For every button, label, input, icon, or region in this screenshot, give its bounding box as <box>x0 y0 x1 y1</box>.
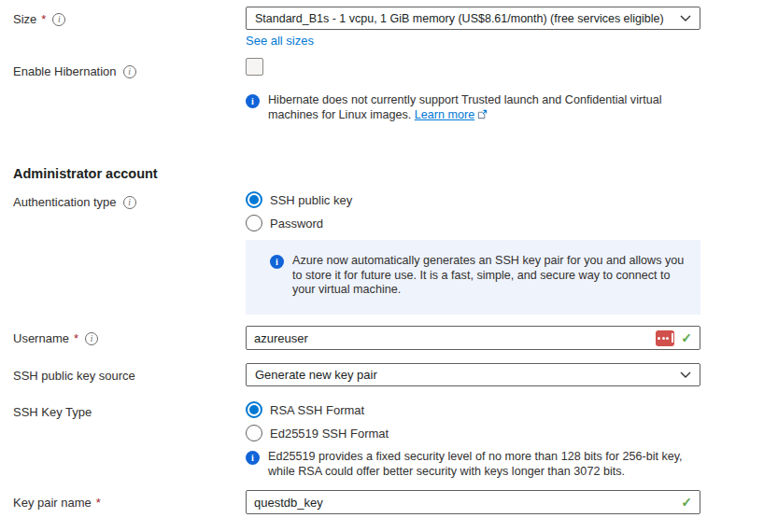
key-pair-name-label-text: Key pair name <box>13 496 92 510</box>
ssh-source-select-value: Generate new key pair <box>255 368 674 382</box>
info-icon: i <box>246 451 260 465</box>
radio-button-icon <box>246 401 262 418</box>
radio-label: RSA SSH Format <box>270 403 364 417</box>
username-label-text: Username <box>13 331 69 345</box>
info-tooltip-icon[interactable]: i <box>123 196 136 209</box>
auth-type-label-text: Authentication type <box>13 195 117 209</box>
size-select-value: Standard_B1s - 1 vcpu, 1 GiB memory (US$… <box>255 12 674 25</box>
auth-type-radio-group: SSH public key Password <box>246 191 700 238</box>
info-icon: i <box>246 94 260 108</box>
vm-create-form: Size* i Standard_B1s - 1 vcpu, 1 GiB mem… <box>0 0 778 532</box>
username-field-wrap: ✓ <box>246 326 700 350</box>
chevron-down-icon <box>680 371 691 378</box>
info-tooltip-icon[interactable]: i <box>52 13 65 26</box>
radio-label: SSH public key <box>270 193 352 207</box>
learn-more-link[interactable]: Learn more <box>415 108 474 121</box>
hibernation-label: Enable Hibernation i <box>13 64 136 78</box>
hibernation-info-text: Hibernate does not currently support Tru… <box>268 93 684 123</box>
radio-ed25519-ssh-format[interactable]: Ed25519 SSH Format <box>246 425 700 441</box>
radio-rsa-ssh-format[interactable]: RSA SSH Format <box>246 401 700 418</box>
ssh-source-label: SSH public key source <box>13 369 135 383</box>
ssh-keypair-info-text: Azure now automatically generates an SSH… <box>292 254 685 298</box>
external-link-icon <box>477 109 488 124</box>
required-asterisk: * <box>41 12 46 26</box>
ssh-keypair-info-box: i Azure now automatically generates an S… <box>246 240 700 315</box>
auth-type-label: Authentication type i <box>13 195 136 209</box>
chevron-down-icon <box>680 15 691 21</box>
radio-button-icon <box>246 425 262 441</box>
username-label: Username* i <box>13 331 98 345</box>
see-all-sizes-link[interactable]: See all sizes <box>246 34 314 48</box>
required-asterisk: * <box>96 496 101 510</box>
hibernation-label-text: Enable Hibernation <box>13 64 117 78</box>
admin-account-heading: Administrator account <box>13 166 158 181</box>
info-icon: i <box>270 255 284 269</box>
size-label-text: Size <box>13 12 36 26</box>
key-pair-name-field-wrap: ✓ <box>246 490 700 514</box>
password-manager-autofill-icon[interactable] <box>656 330 674 346</box>
hibernation-info-note: i Hibernate does not currently support T… <box>246 93 685 123</box>
size-select[interactable]: Standard_B1s - 1 vcpu, 1 GiB memory (US$… <box>246 7 700 30</box>
username-input[interactable] <box>254 331 649 345</box>
valid-check-icon: ✓ <box>681 330 692 345</box>
required-asterisk: * <box>74 331 78 345</box>
radio-button-icon <box>246 191 262 208</box>
radio-ssh-public-key[interactable]: SSH public key <box>246 191 700 208</box>
radio-button-icon <box>246 215 262 231</box>
info-tooltip-icon[interactable]: i <box>123 65 136 78</box>
size-label: Size* i <box>13 12 65 26</box>
valid-check-icon: ✓ <box>681 495 692 510</box>
ssh-key-type-label: SSH Key Type <box>13 405 92 419</box>
ssh-source-select[interactable]: Generate new key pair <box>246 363 700 386</box>
radio-password[interactable]: Password <box>246 215 700 231</box>
radio-label: Password <box>270 217 323 231</box>
ed25519-info-note: i Ed25519 provides a fixed security leve… <box>246 450 713 479</box>
key-pair-name-label: Key pair name* <box>13 496 101 510</box>
info-tooltip-icon[interactable]: i <box>85 332 98 345</box>
radio-label: Ed25519 SSH Format <box>270 427 389 441</box>
ed25519-info-text: Ed25519 provides a fixed security level … <box>268 450 707 479</box>
key-pair-name-input[interactable] <box>254 496 674 510</box>
ssh-key-type-radio-group: RSA SSH Format Ed25519 SSH Format <box>246 401 700 448</box>
hibernation-checkbox[interactable] <box>246 58 263 76</box>
